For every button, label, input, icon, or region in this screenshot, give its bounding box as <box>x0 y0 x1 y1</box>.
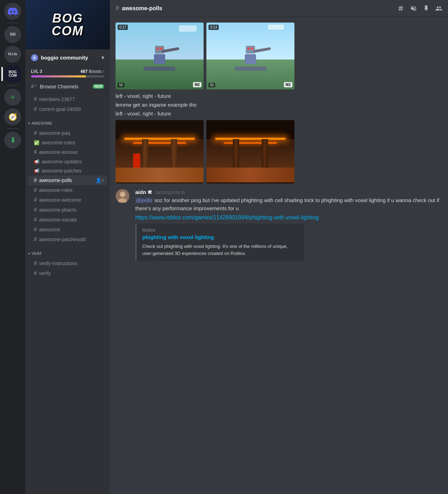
channel-name-label: awesome-polls <box>39 177 93 183</box>
channel-awesome-patchesold[interactable]: # awesome-patchesold <box>28 235 107 244</box>
server-name-bar[interactable]: B boggio community ▾ <box>25 49 110 66</box>
channel-awesome-rules[interactable]: ✅ awesome-rules <box>28 138 107 147</box>
boost-progress-fill <box>31 75 86 77</box>
message-link[interactable]: https://www.roblox.com/games/11426901994… <box>135 214 319 220</box>
main-chat: # awesome-polls <box>110 0 448 494</box>
channel-members-23677[interactable]: # members-23677 <box>28 94 107 104</box>
server-bogcom-icon[interactable]: BOGCOM <box>4 65 21 82</box>
channel-list: # members-23677 # current-goal-24000 <box>25 93 110 115</box>
future-scene: 0:13 50 M2 <box>206 23 294 89</box>
category-arrow-icon: ▾ <box>28 252 30 256</box>
members-icon[interactable] <box>435 5 442 12</box>
channel-awesome[interactable]: # awesome <box>28 225 107 235</box>
interior-images <box>116 120 442 183</box>
author-emoji: 🛠 <box>148 190 152 195</box>
mute-icon[interactable] <box>410 5 417 12</box>
channel-announce-icon: 📢 <box>34 159 39 164</box>
channel-hash-icon: # <box>34 96 37 102</box>
server-hits-label: H.i-ts <box>8 52 17 56</box>
timer-badge-1: 0:17 <box>118 25 128 30</box>
channel-header-icon: # <box>116 5 119 12</box>
message-header: aidn 🛠 29/10/2023 09:35 <box>135 189 442 195</box>
channel-hash-icon: # <box>34 130 37 136</box>
server-ssi-label: SSI <box>10 32 15 37</box>
timer-badge-2: 0:13 <box>209 25 219 30</box>
channel-awesome-patches[interactable]: 📢 awesome-patches <box>28 166 107 175</box>
channel-verify-instructions[interactable]: # verify-instructions <box>28 258 107 268</box>
mention-polls[interactable]: @polls <box>135 197 153 203</box>
chat-body: 0:17 50 M2 <box>110 17 448 494</box>
channel-awesome-polls[interactable]: # awesome-polls 👤+ <box>28 175 107 185</box>
pin-icon[interactable] <box>423 5 430 12</box>
add-server-button[interactable]: + <box>4 89 21 106</box>
server-logo: BOG COM <box>52 12 83 37</box>
channel-awesome-phacts[interactable]: # awesome-phacts <box>28 205 107 215</box>
number-badge-2: 50 <box>209 83 215 87</box>
add-server-icon: + <box>10 92 15 102</box>
channel-name-label: awesome <box>39 227 104 232</box>
download-button[interactable]: ⬇ <box>4 132 21 149</box>
channel-hash-icon: # <box>34 149 37 155</box>
channel-awesome-socials[interactable]: # awesome-socials <box>28 215 107 225</box>
awesome-channel-list: # awesome-paq ✅ awesome-rules # awesome-… <box>25 127 110 246</box>
header-toolbar <box>397 5 442 12</box>
new-badge: NEW <box>93 84 104 89</box>
text-left-voxel: left - voxel, right - future <box>116 92 442 100</box>
channel-announce-icon: 📢 <box>34 168 39 174</box>
m2-badge-2: M2 <box>284 82 292 87</box>
boost-section: LVL 3 467 Boosts › <box>25 66 110 80</box>
browse-channels-icon: #⁺ <box>31 83 37 90</box>
channel-awesome-annouc[interactable]: # awesome-annouc <box>28 147 107 157</box>
boost-level-label: LVL 3 <box>31 69 42 74</box>
message-author: aidn 🛠 <box>135 189 152 195</box>
boost-progress-bar <box>31 75 104 77</box>
channel-name-label: awesome-welcome <box>39 197 104 203</box>
server-ssi-icon[interactable]: SSI <box>4 26 21 43</box>
red-figure <box>133 154 140 168</box>
channel-name-label: awesome-patches <box>42 168 104 174</box>
channel-awesome-updates[interactable]: 📢 awesome-updates <box>28 157 107 166</box>
category-name: VERF <box>31 251 42 256</box>
message-link-container: https://www.roblox.com/games/11426901994… <box>135 214 442 221</box>
category-awesome[interactable]: ▾ AWESOME <box>25 115 110 127</box>
channel-awesome-roles[interactable]: # awesome-roles <box>28 185 107 195</box>
message-avatar <box>116 189 130 203</box>
channel-awesome-welcome[interactable]: # awesome-welcome <box>28 195 107 205</box>
browse-channels-button[interactable]: #⁺ Browse Channels NEW <box>25 80 110 93</box>
divider-1 <box>7 23 18 23</box>
channel-current-goal-24000[interactable]: # current-goal-24000 <box>28 104 107 114</box>
category-name: AWESOME <box>31 121 52 125</box>
explore-button[interactable]: 🧭 <box>4 108 21 125</box>
svg-line-3 <box>402 6 402 11</box>
game-image-future: 0:13 50 M2 <box>206 23 294 89</box>
active-indicator <box>1 67 3 81</box>
server-hits-icon[interactable]: H.i-ts <box>4 46 21 63</box>
interior-image-left <box>116 120 204 183</box>
message-text: @polls soz for another ping but i've upd… <box>135 196 442 212</box>
interior-image-right <box>206 120 294 183</box>
add-member-icon: 👤+ <box>95 177 104 183</box>
server-name-text: boggio community <box>41 55 88 61</box>
hashtag-icon[interactable] <box>397 5 404 12</box>
channel-awesome-paq[interactable]: # awesome-paq <box>28 128 107 138</box>
voxel-scene: 0:17 50 M2 <box>116 23 204 89</box>
text-left-voxel-2: left - voxel, right - future <box>116 110 442 117</box>
server-header: BOG COM <box>25 0 110 49</box>
channel-hash-icon: # <box>34 106 37 112</box>
server-sidebar: BOG COM B boggio community ▾ LVL 3 467 B… <box>25 0 110 494</box>
discord-home-button[interactable] <box>4 3 21 20</box>
channel-hash-icon: # <box>34 236 37 243</box>
category-verf[interactable]: ▾ VERF <box>25 246 110 257</box>
download-icon: ⬇ <box>10 136 16 144</box>
channel-name-label: awesome-updates <box>42 159 104 164</box>
embed-description: Check out phighting with voxel lighting.… <box>142 243 299 257</box>
divider-3 <box>7 128 18 129</box>
svg-point-7 <box>120 192 125 196</box>
server-icon-small: B <box>31 54 38 61</box>
channel-name-label: awesome-annouc <box>39 149 104 155</box>
channel-verify[interactable]: # verify <box>28 268 107 278</box>
channel-hash-icon: # <box>34 226 37 233</box>
chat-message-aidn: aidn 🛠 29/10/2023 09:35 @polls soz for a… <box>116 186 442 264</box>
logo-line2: COM <box>51 25 83 37</box>
embed-title[interactable]: phighting with voxel lighting <box>142 234 299 240</box>
